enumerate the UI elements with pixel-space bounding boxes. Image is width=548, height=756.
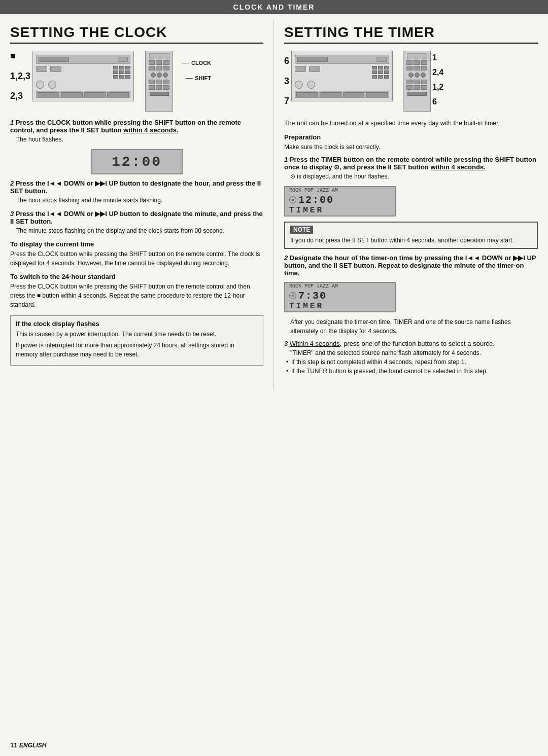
info-box-clock: If the clock display flashes This is cau…	[10, 315, 263, 366]
timer-stereo-buttons-row	[295, 66, 389, 79]
timer-display-1: ROCK POP JAZZ AM ⊙ 12:00 TIMER	[284, 186, 396, 217]
diag-label-3: 2,3	[10, 91, 30, 101]
note-box-title: NOTE	[290, 226, 313, 234]
stereo-bottom-bar	[36, 91, 130, 98]
subheader-display-time: To display the current time	[10, 240, 263, 248]
timer-step-3-bullet1: If this step is not completed within 4 s…	[291, 357, 538, 367]
timer-right-label-2: 2,4	[432, 68, 443, 77]
timer-right-label-3: 1,2	[432, 83, 443, 92]
step-3-text: 3 Press the I◄◄ DOWN or ▶▶I UP button to…	[10, 210, 263, 225]
right-column: SETTING THE TIMER 6 3 7	[274, 19, 548, 391]
r-btn-7	[149, 80, 155, 84]
tr-dot-2	[415, 73, 420, 78]
timer-step-3-content: Within 4 seconds, press one of the funct…	[290, 340, 495, 347]
tr-btn-7	[406, 80, 413, 84]
timer-stereo-circle-row	[295, 81, 389, 89]
stereo-buttons-row	[36, 66, 130, 79]
r-dot-1	[151, 73, 156, 78]
tr-btn-1	[406, 60, 413, 65]
timer-display-1-word: TIMER	[289, 206, 324, 215]
timer-stereo-bottom-bar	[295, 91, 389, 98]
timer-step-1-content: Press the TIMER button on the remote con…	[284, 156, 536, 171]
timer-labels-left: 6 3 7	[284, 51, 289, 106]
timer-stereo-circle-2	[307, 81, 315, 89]
timer-stereo-btn-1	[295, 66, 306, 72]
diag-label-1: ■	[10, 51, 30, 61]
r-btn-11	[156, 85, 162, 90]
r-btn-2	[156, 60, 162, 65]
clock-display-image: 12:00	[91, 149, 183, 174]
timer-circle-symbol-1: ⊙	[291, 197, 294, 203]
timer-stereo-bottom-btn-3	[343, 92, 365, 97]
tr-dot-1	[408, 73, 414, 78]
timer-step-1-sub: ⊙ is displayed, and the hour flashes.	[290, 172, 538, 181]
timer-display-1-digits: 12:00	[298, 194, 334, 206]
timer-step-2-text: 2 Designate the hour of the timer-on tim…	[284, 254, 538, 277]
shift-label-area: SHIFT	[186, 75, 211, 81]
timer-left-label-1: 6	[284, 56, 289, 66]
stereo-circle-1	[36, 81, 44, 89]
stereo-bottom-btn-4	[107, 92, 129, 97]
timer-display-1-main: ⊙ 12:00	[289, 194, 334, 206]
timer-display-2-word: TIMER	[289, 302, 324, 311]
remote-btn-grid-1	[149, 60, 170, 70]
tr-btn-6	[421, 66, 427, 70]
remote-btn-grid-2	[149, 80, 170, 90]
subheader-24hr: To switch to the 24-hour standard	[10, 273, 263, 280]
timer-circle-2: ⊙	[289, 292, 296, 299]
tr-btn-2	[414, 60, 420, 65]
timer-display-2-top-text: ROCK POP JAZZ AM	[289, 283, 338, 289]
left-section-title: SETTING THE CLOCK	[10, 24, 263, 44]
r-btn-10	[149, 85, 155, 90]
timer-stereo-btn-2	[309, 66, 320, 72]
clock-step-3: 3 Press the I◄◄ DOWN or ▶▶I UP button to…	[10, 210, 263, 235]
r-btn-4	[149, 66, 155, 70]
tr-btn-9	[421, 80, 427, 84]
diag-label-2: 1,2,3	[10, 71, 30, 82]
timer-display-2-main: ⊙ 7:30	[289, 290, 327, 302]
timer-step-1: 1 Press the TIMER button on the remote c…	[284, 156, 538, 181]
r-btn-12	[163, 85, 169, 90]
stereo-btn-2	[50, 66, 61, 72]
step-2-text: 2 Press the I◄◄ DOWN or ▶▶I UP button to…	[10, 179, 263, 195]
note-box-text: If you do not press the II SET button wi…	[290, 236, 532, 245]
timer-intro: The unit can be turned on at a specified…	[284, 119, 538, 128]
step-2-content: Press the I◄◄ DOWN or ▶▶I UP button to d…	[10, 179, 261, 195]
page-number-area: 11 ENGLISH	[10, 741, 46, 749]
stereo-btn-1	[36, 66, 47, 72]
clock-digits: 12:00	[112, 154, 162, 170]
timer-step-3: 3 Within 4 seconds, press one of the fun…	[284, 340, 538, 376]
timer-remote-btn-grid-1	[406, 60, 428, 70]
step-1-sub: The hour flashes.	[16, 135, 263, 144]
subtext-display-time: Press the CLOCK button while pressing th…	[10, 249, 263, 268]
timer-left-label-2: 3	[284, 76, 289, 87]
info-box-text2: If power is interrupted for more than ap…	[16, 341, 258, 359]
stereo-device-clock	[32, 51, 134, 101]
timer-remote-btn-grid-2	[406, 80, 428, 90]
timer-step-2-content: Designate the hour of the timer-on time …	[284, 254, 536, 277]
r-btn-1	[149, 60, 155, 65]
clock-step-2: 2 Press the I◄◄ DOWN or ▶▶I UP button to…	[10, 179, 263, 205]
header-label: CLOCK AND TIMER	[233, 3, 315, 11]
step-3-num: 3	[10, 210, 14, 218]
stereo-device-timer	[291, 51, 393, 101]
clock-label: CLOCK	[191, 60, 211, 66]
timer-display-2-top: ROCK POP JAZZ AM	[289, 283, 338, 289]
shift-label: SHIFT	[195, 75, 211, 81]
r-btn-6	[163, 66, 169, 70]
remote-bottom-btn	[150, 92, 169, 96]
timer-circle-1: ⊙	[289, 196, 296, 203]
timer-step-3-sub1: "TIMER" and the selected source name fla…	[290, 348, 538, 357]
timer-step-3-bullet2: If the TUNER button is pressed, the band…	[291, 367, 538, 376]
subtext-24hr: Press the CLOCK button while pressing th…	[10, 282, 263, 309]
timer-diagram: 6 3 7	[284, 51, 538, 112]
timer-stereo-bottom-btn-2	[320, 92, 341, 97]
remote-control-clock	[145, 51, 173, 112]
timer-display-1-top-text: ROCK POP JAZZ AM	[289, 188, 338, 193]
info-box-text1: This is caused by a power interruption. …	[16, 330, 258, 339]
timer-left-label-3: 7	[284, 96, 289, 106]
timer-display-1-top: ROCK POP JAZZ AM	[289, 188, 338, 193]
timer-right-label-1: 1	[432, 53, 443, 62]
timer-stereo-bottom-btn-1	[296, 92, 318, 97]
remote-area-clock: CLOCK SHIFT	[140, 51, 173, 112]
